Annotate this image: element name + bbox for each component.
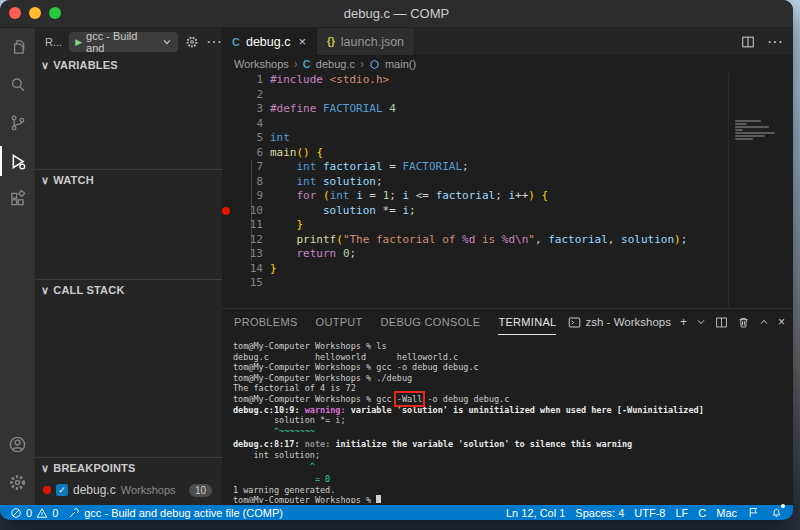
line-number: 8 — [256, 175, 263, 188]
code-lines: 1#include <stdio.h>23#define FACTORIAL 4… — [222, 73, 793, 291]
call-stack-section-header[interactable]: ∨ CALL STACK — [35, 280, 222, 300]
desktop-wallpaper: { "window": { "title": "debug.c — COMP" … — [0, 0, 800, 530]
breadcrumb[interactable]: Workshops › C debug.c › main() — [222, 55, 793, 73]
tools-wrench-icon — [68, 507, 80, 519]
problems-status[interactable]: 0 0 — [10, 507, 58, 519]
code-line[interactable]: 14} — [222, 262, 793, 277]
launch-config-dropdown[interactable]: ▶ gcc - Build and — [69, 32, 178, 52]
eol-sequence[interactable]: LF — [675, 507, 688, 519]
c-file-icon: C — [232, 36, 240, 48]
code-line[interactable]: 3#define FACTORIAL 4 — [222, 102, 793, 117]
watch-section-header[interactable]: ∨ WATCH — [35, 170, 222, 190]
line-number: 1 — [256, 73, 263, 86]
search-icon[interactable] — [0, 66, 35, 104]
platform-indicator[interactable]: Mac — [716, 507, 737, 519]
debug-settings-gear-icon[interactable] — [185, 35, 199, 49]
panel-tab-debug-console[interactable]: DEBUG CONSOLE — [381, 309, 481, 335]
more-actions-icon[interactable]: ··· — [206, 33, 222, 51]
code-line[interactable]: 7 int factorial = FACTORIAL; — [222, 160, 793, 175]
code-line[interactable]: 10 solution *= i; — [222, 204, 793, 219]
split-editor-icon[interactable] — [741, 35, 755, 49]
terminal-line: ^ — [233, 461, 789, 472]
code-editor[interactable]: 1#include <stdio.h>23#define FACTORIAL 4… — [222, 73, 793, 308]
terminal-line: tom@My-Computer Workshops % ./debug — [233, 373, 789, 384]
variables-section-header[interactable]: ∨ VARIABLES — [35, 55, 222, 75]
code-line[interactable]: 13 return 0; — [222, 247, 793, 262]
code-line[interactable]: 8 int solution; — [222, 175, 793, 190]
editor-more-actions-icon[interactable]: ··· — [767, 33, 783, 51]
terminal-line: solution *= i; — [233, 415, 789, 426]
code-line[interactable]: 15 — [222, 276, 793, 291]
c-file-icon: C — [303, 58, 311, 70]
indentation[interactable]: Spaces: 4 — [575, 507, 624, 519]
line-number: 13 — [250, 247, 263, 260]
tab-launch-json[interactable]: {} launch.json — [317, 28, 415, 55]
panel-tab-terminal[interactable]: TERMINAL — [498, 309, 556, 335]
cursor-position[interactable]: Ln 12, Col 1 — [506, 507, 565, 519]
chevron-down-icon: ∨ — [41, 284, 49, 297]
minimap[interactable] — [735, 120, 780, 160]
panel-tab-problems[interactable]: PROBLEMS — [234, 309, 298, 335]
active-task-status[interactable]: gcc - Build and debug active file (COMP) — [68, 507, 283, 519]
maximize-panel-chevron-up-icon[interactable] — [759, 317, 769, 327]
terminal-line: The factorial of 4 is 72 — [233, 383, 789, 394]
language-mode[interactable]: C — [698, 507, 706, 519]
editor-tab-bar: C debug.c × {} launch.json ··· — [222, 28, 793, 55]
code-line[interactable]: 9 for (int i = 1; i <= factorial; i++) { — [222, 189, 793, 204]
terminal-output[interactable]: tom@My-Computer Workshops % lsdebug.c he… — [233, 341, 789, 503]
breadcrumb-file[interactable]: debug.c — [316, 58, 355, 70]
feedback-flag-icon[interactable] — [747, 506, 760, 519]
breadcrumb-symbol[interactable]: main() — [385, 58, 416, 70]
chevron-down-icon: ∨ — [41, 462, 49, 475]
notifications-bell-icon[interactable] — [770, 506, 783, 519]
code-line[interactable]: 2 — [222, 88, 793, 103]
status-bar: 0 0 gcc - Build and debug active file (C… — [0, 505, 793, 520]
explorer-icon[interactable] — [0, 28, 35, 66]
activity-bar — [0, 28, 35, 505]
terminal-line: tom@My-Computer Workshops % ls — [233, 341, 789, 352]
tab-debug-c[interactable]: C debug.c × — [222, 28, 317, 55]
code-line[interactable]: 12 printf("The factorial of %d is %d\n",… — [222, 233, 793, 248]
breadcrumb-folder[interactable]: Workshops — [234, 58, 289, 70]
code-line[interactable]: 6main() { — [222, 146, 793, 161]
terminal-line: 1 warning generated. — [233, 485, 789, 496]
line-number: 2 — [256, 88, 263, 101]
terminal-cursor — [376, 495, 381, 503]
breakpoint-dot-icon[interactable] — [222, 207, 230, 215]
line-number: 15 — [250, 276, 263, 289]
line-number: 7 — [256, 160, 263, 173]
extensions-icon[interactable] — [0, 180, 35, 218]
chevron-down-icon — [162, 37, 172, 47]
code-line[interactable]: 11 } — [222, 218, 793, 233]
title-bar[interactable]: debug.c — COMP — [0, 0, 793, 28]
panel-tab-bar: PROBLEMSOUTPUTDEBUG CONSOLETERMINAL — [234, 309, 556, 335]
code-line[interactable]: 4 — [222, 117, 793, 132]
encoding[interactable]: UTF-8 — [634, 507, 665, 519]
kill-terminal-trash-icon[interactable] — [737, 316, 750, 329]
chevron-down-icon[interactable] — [696, 317, 706, 327]
close-panel-icon[interactable]: × — [778, 315, 785, 329]
start-debug-icon[interactable]: ▶ — [75, 37, 82, 47]
notification-dot — [781, 504, 785, 508]
account-icon[interactable] — [0, 425, 35, 463]
terminal-line: debug.c helloworld helloworld.c — [233, 352, 789, 363]
bottom-panel: PROBLEMSOUTPUTDEBUG CONSOLETERMINAL zsh … — [222, 308, 793, 505]
code-line[interactable]: 1#include <stdio.h> — [222, 73, 793, 88]
code-line[interactable]: 5int — [222, 131, 793, 146]
run-and-debug-icon[interactable] — [0, 142, 35, 180]
close-tab-icon[interactable]: × — [298, 34, 306, 49]
minimap-border — [728, 73, 729, 308]
new-terminal-icon[interactable]: + — [680, 315, 687, 329]
panel-tab-output[interactable]: OUTPUT — [316, 309, 363, 335]
split-terminal-icon[interactable] — [715, 316, 728, 329]
terminal-line: = 0 — [233, 474, 789, 485]
breakpoint-checkbox[interactable]: ✓ — [56, 484, 68, 496]
run-debug-sidebar: R... ▶ gcc - Build and ··· ∨ VARIABLES ∨… — [35, 28, 222, 505]
breakpoint-list-item[interactable]: ✓ debug.c Workshops 10 — [35, 480, 222, 500]
settings-gear-icon[interactable] — [0, 463, 35, 501]
breakpoints-section-header[interactable]: ∨ BREAKPOINTS — [35, 458, 222, 478]
terminal-icon — [568, 316, 581, 329]
terminal-selector[interactable]: zsh - Workshops — [568, 316, 671, 329]
terminal-line: ^~~~~~~~ — [233, 426, 789, 437]
source-control-icon[interactable] — [0, 104, 35, 142]
